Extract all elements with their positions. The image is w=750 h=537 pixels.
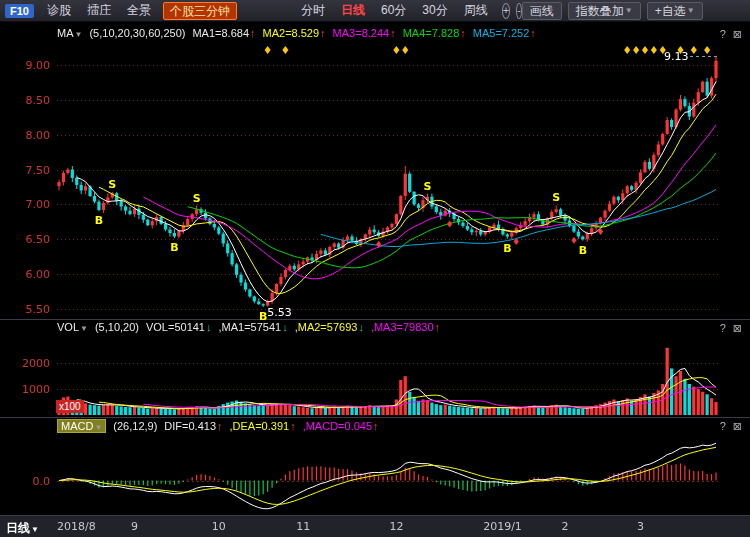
- arrow-down-icon: ↓: [282, 321, 288, 333]
- volume-indicator-header: VOL▼ (5,10,20) VOL=50141↓ ,MA1=57541↓ ,M…: [57, 321, 440, 333]
- toolbar-right-group: 画线 指数叠加 ▼ +自选 ▼: [522, 2, 703, 20]
- chevron-down-icon: ▼: [625, 3, 633, 19]
- vol-ma1-value: ,MA1=57541↓: [219, 321, 288, 333]
- arrow-up-icon: ↑: [290, 420, 296, 432]
- arrow-up-icon: ↑: [435, 321, 441, 333]
- ma5-value: MA5=7.252↑: [473, 27, 536, 39]
- arrow-up-icon: ↑: [530, 27, 536, 39]
- help-icon[interactable]: ?: [720, 420, 726, 433]
- main-pane-tools: ? ⊠: [720, 28, 742, 41]
- arrow-down-icon: ↓: [358, 321, 364, 333]
- dif-text: DIF=0.413: [164, 420, 216, 432]
- vol-indicator-dropdown[interactable]: VOL▼: [57, 321, 88, 333]
- index-overlay-label: 指数叠加: [576, 3, 624, 19]
- main-indicator-header: MA▼ (5,10,20,30,60,250) MA1=8.684↑ MA2=8…: [57, 27, 536, 39]
- draw-line-button[interactable]: 画线: [522, 2, 562, 20]
- vol-indicator-label: VOL: [57, 321, 79, 333]
- macd-indicator-header: MACD▼ (26,12,9) DIF=0.413↑ ,DEA=0.391↑ ,…: [57, 419, 379, 433]
- ma1-value: MA1=8.684↑: [192, 27, 255, 39]
- index-overlay-dropdown[interactable]: 指数叠加 ▼: [568, 2, 641, 20]
- arrow-up-icon: ↑: [390, 27, 396, 39]
- add-watchlist-dropdown[interactable]: +自选 ▼: [647, 2, 703, 20]
- period-selector[interactable]: 日线▼: [6, 520, 39, 537]
- close-icon[interactable]: ⊠: [733, 28, 742, 41]
- chevron-down-icon: ▼: [80, 324, 88, 333]
- ma4-text: MA4=7.828: [403, 27, 460, 39]
- dif-value: DIF=0.413↑: [164, 420, 222, 432]
- tab-daily-line[interactable]: 日线: [333, 2, 373, 19]
- period-label: 日线: [6, 521, 30, 535]
- ma4-value: MA4=7.828↑: [403, 27, 466, 39]
- trading-app-window: F10 诊股 擂庄 全景 个股三分钟 分时 日线 60分 30分 周线 + - …: [0, 0, 750, 537]
- ma2-text: MA2=8.529: [263, 27, 320, 39]
- stock-chart-canvas[interactable]: [0, 0, 750, 537]
- chevron-down-icon: ▼: [687, 3, 695, 19]
- vol-ma3-text: ,MA3=79830: [371, 321, 434, 333]
- vol-ma2-value: ,MA2=57693↓: [295, 321, 364, 333]
- volume-pane-tools: ? ⊠: [720, 322, 742, 335]
- banker-analysis-button[interactable]: 擂庄: [79, 2, 119, 19]
- chevron-down-icon: ▼: [75, 30, 83, 39]
- tab-30min[interactable]: 30分: [414, 2, 455, 19]
- close-icon[interactable]: ⊠: [733, 420, 742, 433]
- vol-ma2-text: ,MA2=57693: [295, 321, 358, 333]
- stock-3min-button[interactable]: 个股三分钟: [163, 2, 237, 20]
- zoom-in-button[interactable]: +: [502, 3, 510, 19]
- arrow-down-icon: ↓: [206, 321, 212, 333]
- arrow-up-icon: ↑: [217, 420, 223, 432]
- ma3-value: MA3=8.244↑: [333, 27, 396, 39]
- ma-indicator-dropdown[interactable]: MA▼: [57, 27, 82, 39]
- vol-params: (5,10,20): [95, 321, 139, 333]
- arrow-up-icon: ↑: [250, 27, 256, 39]
- ma2-value: MA2=8.529↑: [263, 27, 326, 39]
- f10-button[interactable]: F10: [5, 4, 34, 18]
- vol-value: VOL=50141↓: [146, 321, 212, 333]
- tab-timeshare[interactable]: 分时: [293, 2, 333, 19]
- add-watchlist-label: +自选: [655, 3, 686, 19]
- ma5-text: MA5=7.252: [473, 27, 530, 39]
- macd-params: (26,12,9): [113, 420, 157, 432]
- ma-indicator-label: MA: [57, 27, 74, 39]
- help-icon[interactable]: ?: [720, 28, 726, 41]
- arrow-up-icon: ↑: [373, 420, 379, 432]
- ma3-text: MA3=8.244: [333, 27, 390, 39]
- arrow-up-icon: ↑: [460, 27, 466, 39]
- tab-weekly[interactable]: 周线: [456, 2, 496, 19]
- macd-text: ,MACD=0.045: [303, 420, 372, 432]
- diagnose-stock-button[interactable]: 诊股: [39, 2, 79, 19]
- macd-pane-tools: ? ⊠: [720, 420, 742, 433]
- dea-text: ,DEA=0.391: [230, 420, 290, 432]
- ma-params: (5,10,20,30,60,250): [89, 27, 185, 39]
- tab-60min[interactable]: 60分: [373, 2, 414, 19]
- ma1-text: MA1=8.684: [192, 27, 249, 39]
- macd-value: ,MACD=0.045↑: [303, 420, 379, 432]
- period-tabs: 分时 日线 60分 30分 周线: [293, 2, 496, 19]
- chevron-down-icon: ▼: [31, 525, 39, 534]
- chevron-down-icon: ▼: [94, 423, 102, 432]
- vol-text: VOL=50141: [146, 321, 205, 333]
- close-icon[interactable]: ⊠: [733, 322, 742, 335]
- vol-ma3-value: ,MA3=79830↑: [371, 321, 440, 333]
- macd-indicator-label: MACD: [61, 420, 93, 432]
- vol-ma1-text: ,MA1=57541: [219, 321, 282, 333]
- panorama-button[interactable]: 全景: [119, 2, 159, 19]
- volume-scale-label: x100: [56, 400, 84, 413]
- macd-indicator-dropdown[interactable]: MACD▼: [57, 419, 106, 433]
- help-icon[interactable]: ?: [720, 322, 726, 335]
- toolbar: F10 诊股 擂庄 全景 个股三分钟 分时 日线 60分 30分 周线 + - …: [0, 0, 750, 22]
- dea-value: ,DEA=0.391↑: [230, 420, 296, 432]
- arrow-up-icon: ↑: [320, 27, 326, 39]
